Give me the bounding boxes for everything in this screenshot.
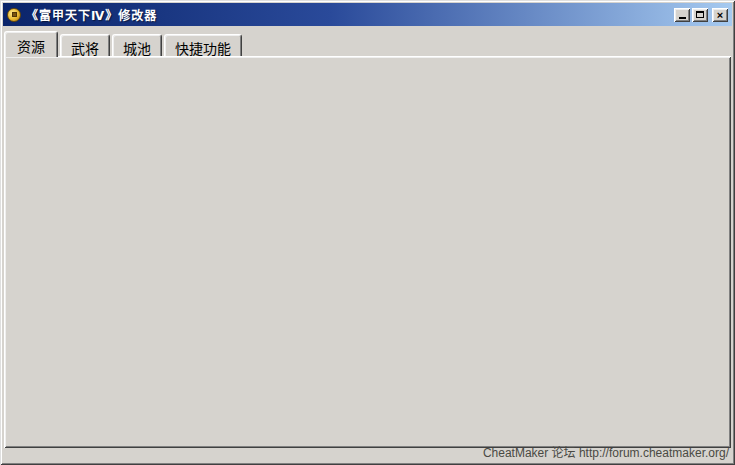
minimize-button[interactable] <box>674 8 690 22</box>
tab-resources[interactable]: 资源 <box>4 31 58 57</box>
close-icon: × <box>717 10 723 20</box>
resources-page <box>4 56 731 448</box>
footer-credit: CheatMaker 论坛 http://forum.cheatmaker.or… <box>483 443 729 460</box>
tab-quick-functions[interactable]: 快捷功能 <box>164 34 242 57</box>
maximize-button[interactable] <box>692 8 708 22</box>
minimize-icon <box>679 17 686 19</box>
coin-hole <box>12 12 17 17</box>
window-controls: × <box>674 8 728 22</box>
maximize-icon <box>696 11 704 18</box>
tab-strip: 资源 武将 城池 快捷功能 <box>6 31 244 57</box>
app-window: 《富甲天下Ⅳ》修改器 × 资源 武将 城池 快捷功能 刘备 孙权 曹操 董卓 张… <box>0 0 735 465</box>
tab-cities[interactable]: 城池 <box>112 34 162 57</box>
window-title: 《富甲天下Ⅳ》修改器 <box>26 6 674 23</box>
title-bar[interactable]: 《富甲天下Ⅳ》修改器 × <box>3 3 732 26</box>
close-button[interactable]: × <box>712 8 728 22</box>
tab-generals[interactable]: 武将 <box>60 34 110 57</box>
coin-icon <box>7 8 21 22</box>
